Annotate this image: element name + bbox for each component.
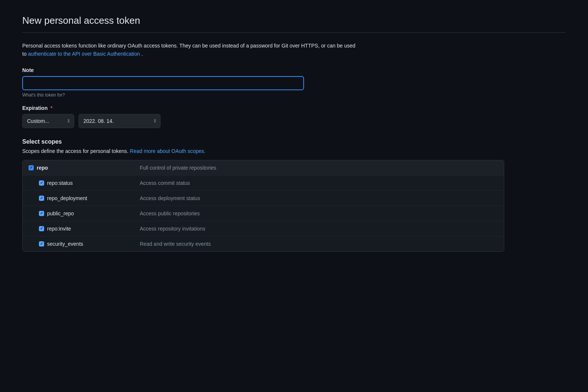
scopes-title: Select scopes [22, 138, 566, 145]
expiration-row: Custom... 30 days 60 days 90 days No exp… [22, 114, 566, 128]
scope-row-repo: repo Full control of private repositorie… [23, 160, 504, 176]
scope-name-repo-status: repo:status [47, 180, 73, 186]
description-text-2: . [141, 51, 143, 57]
checkbox-repo-status[interactable] [39, 180, 44, 186]
scope-checkbox-area-repo: repo [29, 165, 140, 171]
api-auth-link[interactable]: authenticate to the API over Basic Authe… [28, 51, 140, 57]
page-description: Personal access tokens function like ord… [22, 42, 356, 58]
scope-checkbox-area-repo-deployment: repo_deployment [29, 195, 140, 201]
title-divider [22, 32, 566, 33]
scope-name-repo-invite: repo:invite [47, 226, 71, 232]
checkbox-security-events[interactable] [39, 241, 44, 246]
scope-checkbox-area-repo-status: repo:status [29, 180, 140, 186]
scope-row-repo-deployment: repo_deployment Access deployment status [23, 191, 504, 206]
scope-name-repo: repo [37, 165, 48, 171]
scope-row-security-events: security_events Read and write security … [23, 236, 504, 251]
expiration-section: Expiration * Custom... 30 days 60 days 9… [22, 105, 566, 128]
scope-checkbox-area-public-repo: public_repo [29, 210, 140, 216]
checkbox-repo[interactable] [29, 165, 34, 170]
checkbox-public-repo[interactable] [39, 211, 44, 216]
checkbox-repo-deployment[interactable] [39, 196, 44, 201]
scope-desc-repo-status: Access commit status [140, 180, 498, 186]
checkbox-repo-invite[interactable] [39, 226, 44, 231]
oauth-scopes-link[interactable]: Read more about OAuth scopes. [130, 148, 205, 154]
page-title: New personal access token [22, 15, 566, 26]
scopes-description: Scopes define the access for personal to… [22, 148, 566, 154]
date-input-wrapper: ⇕ [79, 114, 161, 128]
required-indicator: * [50, 105, 52, 111]
scopes-section: Select scopes Scopes define the access f… [22, 138, 566, 252]
note-input[interactable] [22, 76, 304, 90]
scope-desc-repo-invite: Access repository invitations [140, 226, 498, 232]
note-hint: What's this token for? [22, 92, 566, 98]
scope-row-repo-invite: repo:invite Access repository invitation… [23, 221, 504, 236]
expiration-select[interactable]: Custom... 30 days 60 days 90 days No exp… [22, 114, 74, 128]
scope-desc-repo: Full control of private repositories [140, 165, 498, 171]
scope-name-security-events: security_events [47, 241, 83, 247]
scope-checkbox-area-security-events: security_events [29, 241, 140, 247]
expiration-label: Expiration * [22, 105, 566, 111]
scopes-table: repo Full control of private repositorie… [22, 160, 504, 252]
scope-checkbox-area-repo-invite: repo:invite [29, 226, 140, 232]
scope-desc-security-events: Read and write security events [140, 241, 498, 247]
scope-row-public-repo: public_repo Access public repositories [23, 206, 504, 221]
expiration-select-wrapper: Custom... 30 days 60 days 90 days No exp… [22, 114, 74, 128]
scopes-desc-text: Scopes define the access for personal to… [22, 148, 130, 154]
scope-desc-public-repo: Access public repositories [140, 210, 498, 216]
scope-name-public-repo: public_repo [47, 210, 74, 216]
scope-row-repo-status: repo:status Access commit status [23, 176, 504, 191]
scope-desc-repo-deployment: Access deployment status [140, 195, 498, 201]
scope-name-repo-deployment: repo_deployment [47, 195, 87, 201]
date-input[interactable] [79, 114, 161, 128]
note-label: Note [22, 67, 566, 73]
note-section: Note What's this token for? [22, 67, 566, 98]
